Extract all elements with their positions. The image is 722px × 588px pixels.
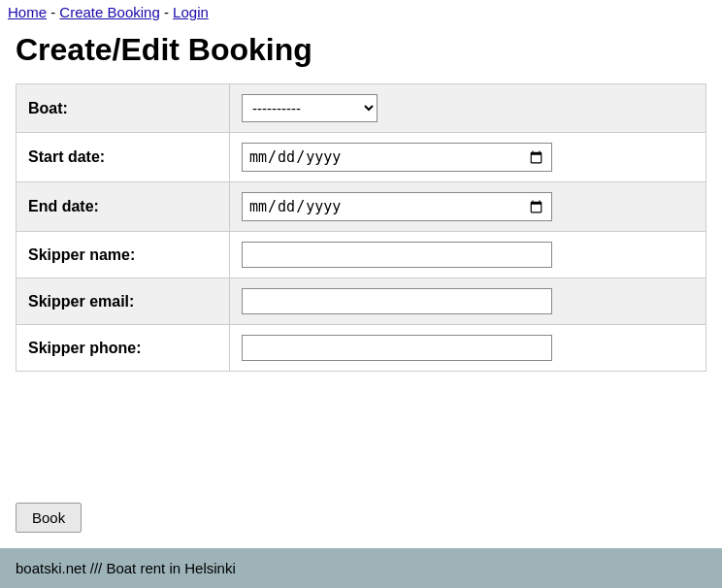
footer-text: boatski.net /// Boat rent in Helsinki [16,560,236,576]
boat-label: Boat: [28,100,68,116]
breadcrumb: Home - Create Booking - Login [0,0,722,24]
boat-select[interactable]: ---------- [242,94,377,122]
footer: boatski.net /// Boat rent in Helsinki [0,548,722,588]
skipper-phone-label: Skipper phone: [28,340,141,356]
breadcrumb-create-booking-link[interactable]: Create Booking [59,4,159,20]
form-actions: Book [0,487,722,548]
end-date-input[interactable] [242,192,552,221]
skipper-phone-input[interactable] [242,335,552,361]
breadcrumb-home-link[interactable]: Home [8,4,47,20]
skipper-email-label: Skipper email: [28,293,134,310]
book-button[interactable]: Book [16,503,82,533]
boat-row: Boat: ---------- [16,84,706,133]
skipper-name-label: Skipper name: [28,246,135,263]
breadcrumb-login-link[interactable]: Login [173,4,209,20]
start-date-input[interactable] [242,143,552,172]
skipper-name-row: Skipper name: [16,232,706,278]
skipper-phone-row: Skipper phone: [16,325,706,372]
breadcrumb-separator-1: - [50,4,59,20]
skipper-email-input[interactable] [242,288,552,314]
end-date-label: End date: [28,198,99,214]
form-table: Boat: ---------- Start date: End date: [16,83,706,372]
booking-form: Boat: ---------- Start date: End date: [0,83,722,487]
skipper-email-row: Skipper email: [16,278,706,325]
start-date-label: Start date: [28,148,105,165]
breadcrumb-separator-2: - [164,4,173,20]
page-title: Create/Edit Booking [0,24,722,83]
skipper-name-input[interactable] [242,242,552,268]
start-date-row: Start date: [16,133,706,182]
end-date-row: End date: [16,182,706,232]
